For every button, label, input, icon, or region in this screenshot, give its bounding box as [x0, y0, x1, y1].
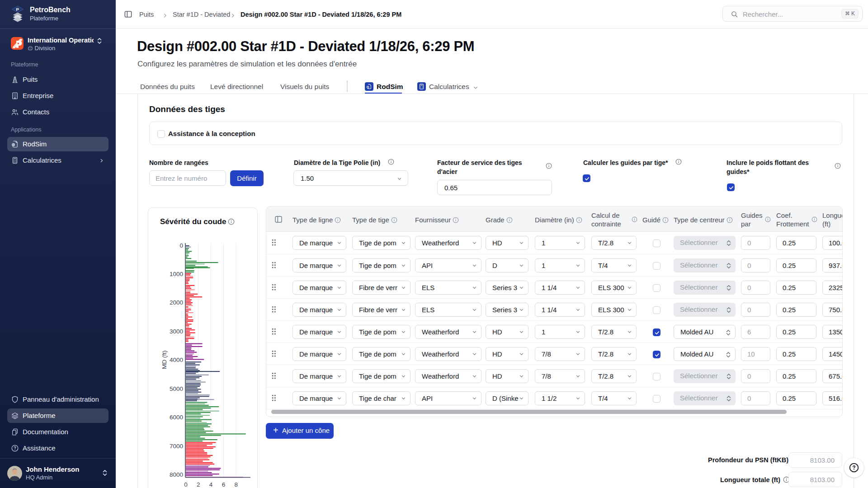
svg-text:4: 4	[209, 481, 213, 488]
svg-text:MD (ft): MD (ft)	[161, 350, 168, 369]
svg-text:8000: 8000	[170, 471, 183, 478]
svg-text:6: 6	[222, 481, 226, 488]
svg-text:7000: 7000	[170, 443, 183, 450]
svg-text:2000: 2000	[170, 299, 183, 306]
svg-text:0: 0	[184, 481, 188, 488]
svg-text:8: 8	[234, 481, 238, 488]
svg-text:0: 0	[179, 242, 183, 249]
svg-text:4000: 4000	[170, 357, 183, 363]
svg-text:2: 2	[197, 481, 200, 488]
svg-text:5000: 5000	[170, 385, 183, 392]
svg-text:6000: 6000	[170, 414, 183, 421]
svg-text:P: P	[16, 7, 19, 12]
svg-text:1000: 1000	[170, 271, 183, 277]
svg-text:3000: 3000	[170, 328, 183, 335]
